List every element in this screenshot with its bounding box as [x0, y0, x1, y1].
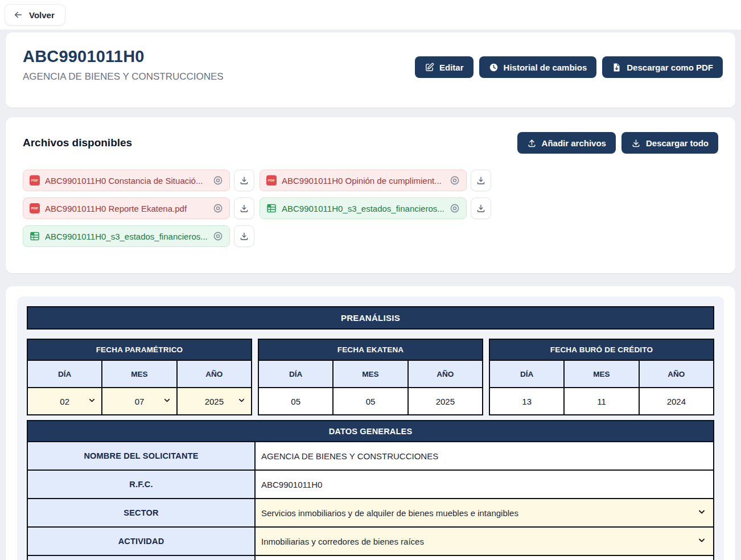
datos-generales-title: DATOS GENERALES — [28, 421, 713, 442]
col-header-ano: AÑO — [178, 361, 251, 387]
file-group: PDF ABC9901011H0 Constancia de Situació.… — [23, 170, 254, 191]
fecha-buro-table: FECHA BURÓ DE CRÉDITO DÍA MES AÑO 13 11 … — [489, 339, 714, 415]
col-header-ano: AÑO — [640, 361, 713, 387]
edit-button[interactable]: Editar — [415, 56, 474, 78]
preanalysis-card: PREANÁLISIS FECHA PARAMÉTRICO DÍA MES AÑ… — [6, 286, 735, 560]
table-row: ACTIVIDAD Inmobiliarias y corredores de … — [28, 528, 713, 556]
col-header-mes: MES — [334, 361, 408, 387]
pdf-file-icon: PDF — [30, 175, 40, 186]
download-icon — [476, 175, 486, 186]
pdf-file-icon: PDF — [30, 203, 40, 213]
chevron-down-icon — [88, 396, 96, 406]
dia-value: 05 — [259, 388, 334, 414]
mes-select[interactable]: 07 — [102, 388, 177, 414]
add-files-button-label: Añadir archivos — [542, 138, 606, 148]
eye-icon[interactable] — [450, 203, 460, 213]
row-value-nombre: AGENCIA DE BIENES Y CONSTRUCCIONES — [256, 442, 713, 470]
add-files-button[interactable]: Añadir archivos — [517, 132, 616, 154]
chevron-down-icon — [237, 396, 246, 406]
table-row: NÚMERO DE ACTIVIDAD 53121 — [28, 556, 713, 560]
download-all-button[interactable]: Descargar todo — [621, 132, 718, 154]
datos-generales-table: DATOS GENERALES NOMBRE DEL SOLICITANTE A… — [27, 420, 714, 560]
eye-icon[interactable] — [450, 175, 460, 186]
chevron-down-icon — [163, 396, 171, 406]
row-label-actividad: ACTIVIDAD — [28, 528, 256, 555]
pdf-file-icon: PDF — [266, 175, 277, 186]
download-icon — [239, 175, 249, 186]
file-chip-excel[interactable]: ABC9901011H0_s3_estados_financieros... — [23, 225, 230, 247]
file-group: PDF ABC9901011H0 Opinión de cumplimient.… — [260, 170, 491, 191]
col-header-mes: MES — [102, 361, 177, 387]
table-row: SECTOR Servicios inmobiliarios y de alqu… — [28, 499, 713, 528]
dia-value: 02 — [60, 397, 69, 406]
mes-value: 05 — [334, 388, 408, 414]
col-header-mes: MES — [565, 361, 639, 387]
download-all-button-label: Descargar todo — [646, 138, 709, 148]
chevron-down-icon — [697, 508, 706, 518]
preanalysis-title-bar: PREANÁLISIS — [27, 306, 714, 330]
actividad-value: Inmobiliarias y corredores de bienes raí… — [261, 537, 424, 546]
file-chip-pdf[interactable]: PDF ABC9901011H0 Constancia de Situació.… — [23, 170, 230, 191]
download-pdf-button-label: Descargar como PDF — [627, 63, 713, 72]
file-download-button[interactable] — [234, 197, 254, 219]
page-title: ABC9901011H0 — [23, 47, 224, 66]
file-download-button[interactable] — [471, 170, 491, 191]
row-value-numero-actividad: 53121 — [256, 556, 713, 560]
page-subtitle: AGENCIA DE BIENES Y CONSTRUCCIONES — [23, 71, 224, 83]
file-chip-pdf[interactable]: PDF ABC9901011H0 Opinión de cumplimient.… — [260, 170, 467, 191]
col-header-dia: DÍA — [490, 361, 565, 387]
dia-value: 13 — [490, 388, 565, 414]
row-label-rfc: R.F.C. — [28, 471, 256, 498]
file-name: ABC9901011H0 Reporte Ekatena.pdf — [45, 204, 208, 213]
ano-value: 2024 — [640, 388, 713, 414]
history-button[interactable]: Historial de cambios — [479, 56, 597, 78]
company-header-card: ABC9901011H0 AGENCIA DE BIENES Y CONSTRU… — [6, 32, 735, 108]
row-label-numero-actividad: NÚMERO DE ACTIVIDAD — [28, 556, 256, 560]
dia-select[interactable]: 02 — [28, 388, 102, 414]
actividad-select[interactable]: Inmobiliarias y corredores de bienes raí… — [256, 528, 713, 555]
upload-icon — [527, 138, 537, 148]
file-group: ABC9901011H0_s3_estados_financieros... — [23, 225, 254, 247]
row-label-nombre: NOMBRE DEL SOLICITANTE — [28, 442, 256, 470]
top-bar: Volver — [0, 0, 741, 30]
download-icon — [239, 231, 249, 241]
fecha-ekatena-table: FECHA EKATENA DÍA MES AÑO 05 05 2025 — [258, 339, 483, 415]
file-download-button[interactable] — [234, 225, 254, 247]
file-name: ABC9901011H0_s3_estados_financieros... — [282, 204, 444, 213]
back-button-label: Volver — [29, 10, 55, 20]
history-button-label: Historial de cambios — [504, 63, 587, 72]
pencil-icon — [425, 63, 434, 72]
file-download-button[interactable] — [471, 197, 491, 219]
sector-value: Servicios inmobiliarios y de alquiler de… — [261, 508, 518, 518]
file-name: ABC9901011H0_s3_estados_financieros... — [45, 232, 208, 241]
fecha-buro-title: FECHA BURÓ DE CRÉDITO — [490, 340, 713, 361]
file-chip-pdf[interactable]: PDF ABC9901011H0 Reporte Ekatena.pdf — [23, 197, 230, 219]
mes-value: 11 — [565, 388, 639, 414]
eye-icon[interactable] — [213, 175, 223, 186]
file-list: PDF ABC9901011H0 Constancia de Situació.… — [23, 170, 718, 247]
eye-icon[interactable] — [213, 203, 223, 213]
excel-file-icon — [30, 231, 40, 241]
excel-file-icon — [266, 203, 277, 213]
file-group: PDF ABC9901011H0 Reporte Ekatena.pdf — [23, 197, 254, 219]
fecha-ekatena-title: FECHA EKATENA — [259, 340, 482, 361]
back-button[interactable]: Volver — [5, 4, 65, 26]
file-chip-excel[interactable]: ABC9901011H0_s3_estados_financieros... — [260, 197, 467, 219]
file-download-icon — [612, 63, 621, 72]
row-label-sector: SECTOR — [28, 499, 256, 526]
row-value-rfc: ABC9901011H0 — [256, 471, 713, 498]
download-pdf-button[interactable]: Descargar como PDF — [602, 56, 723, 78]
sector-select[interactable]: Servicios inmobiliarios y de alquiler de… — [256, 499, 713, 526]
col-header-dia: DÍA — [259, 361, 334, 387]
mes-value: 07 — [135, 397, 145, 406]
ano-select[interactable]: 2025 — [178, 388, 251, 414]
fecha-parametrico-table: FECHA PARAMÉTRICO DÍA MES AÑO 02 07 — [27, 339, 252, 415]
file-name: ABC9901011H0 Opinión de cumplimient... — [282, 176, 444, 186]
chevron-down-icon — [697, 536, 706, 547]
files-section-title: Archivos disponibles — [23, 137, 132, 149]
file-download-button[interactable] — [234, 170, 254, 191]
fecha-parametrico-title: FECHA PARAMÉTRICO — [28, 340, 251, 361]
ano-value: 2025 — [409, 388, 482, 414]
download-icon — [476, 203, 486, 213]
eye-icon[interactable] — [213, 231, 223, 241]
